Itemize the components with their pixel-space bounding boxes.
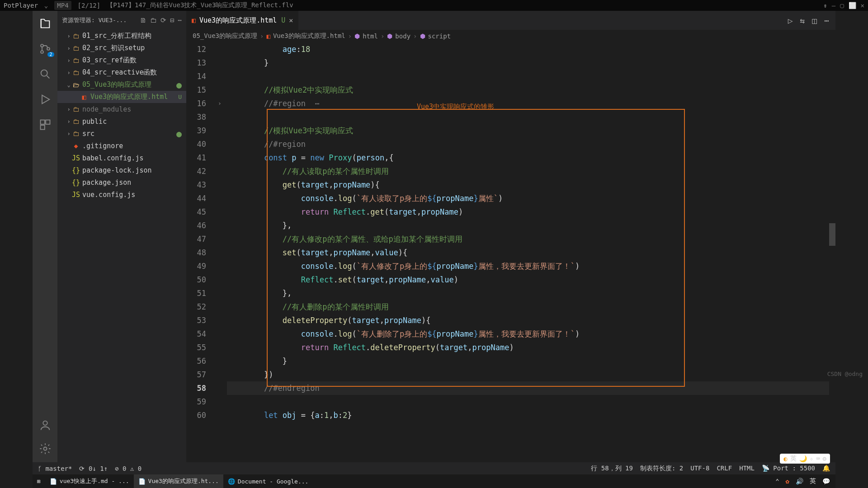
problems[interactable]: ⊘ 0 ⚠ 0: [115, 465, 142, 472]
code-line[interactable]: //有人修改p的某个属性、或给p追加某个属性时调用: [227, 232, 835, 246]
tab-close-icon[interactable]: ✕: [289, 16, 293, 24]
code-line[interactable]: deleteProperty(target,propName){: [227, 314, 835, 327]
tray-chevron-icon[interactable]: ⌃: [775, 478, 779, 485]
code-line[interactable]: console.log(`有人修改了p身上的${propName}属性，我要去更…: [227, 259, 835, 273]
eol[interactable]: CRLF: [717, 465, 732, 473]
language-mode[interactable]: HTML: [739, 465, 755, 473]
tree-item[interactable]: ›🗀03_src_ref函数: [57, 54, 186, 66]
code-line[interactable]: console.log(`有人读取了p身上的${propName}属性`): [227, 192, 835, 205]
code-line[interactable]: //#region: [227, 137, 835, 151]
more-actions-icon[interactable]: ⋯: [824, 16, 829, 25]
search-icon[interactable]: [39, 68, 52, 80]
code-line[interactable]: //有人删除p的某个属性时调用: [227, 300, 835, 314]
accounts-icon[interactable]: [39, 419, 52, 432]
more-icon[interactable]: ⋯: [178, 16, 182, 24]
tree-item[interactable]: JSbabel.config.js: [57, 152, 186, 164]
tray-action-center-icon[interactable]: 💬: [822, 478, 830, 485]
taskbar-item-chrome[interactable]: 🌐 Document - Google...: [223, 474, 313, 488]
svg-rect-5: [46, 120, 50, 124]
pin-icon[interactable]: ⇟: [823, 2, 827, 9]
new-folder-icon[interactable]: 🗀: [150, 16, 157, 24]
notifications-icon[interactable]: 🔔: [822, 465, 830, 473]
code-line[interactable]: [227, 395, 835, 408]
run-icon[interactable]: ▷: [788, 16, 793, 25]
code-line[interactable]: },: [227, 286, 835, 300]
restore-icon[interactable]: ▢: [840, 2, 844, 9]
close-icon[interactable]: ✕: [861, 2, 864, 9]
tree-item[interactable]: ⌄🗁05_Vue3的响应式原理●: [57, 79, 186, 91]
start-button[interactable]: ⊞: [33, 474, 45, 488]
collapse-icon[interactable]: ⊟: [170, 16, 174, 24]
taskbar-item-vscode[interactable]: 📄 Vue3的响应式原理.ht...: [134, 474, 223, 488]
tab-vue3-reactive[interactable]: ◧ Vue3的响应式原理.html U ✕: [186, 11, 299, 30]
html-file-icon: ◧: [192, 16, 196, 24]
explorer-icon[interactable]: [39, 17, 52, 30]
code-line[interactable]: //有人读取p的某个属性时调用: [227, 164, 835, 178]
crumb-body[interactable]: body: [395, 33, 410, 40]
tree-item[interactable]: ›🗀02_src_初识setup: [57, 42, 186, 54]
code-line[interactable]: let obj = {a:1,b:2}: [227, 408, 835, 422]
code-line[interactable]: //模拟Vue2中实现响应式: [227, 83, 835, 97]
code-editor[interactable]: 1213141516383940414243444546474849505152…: [186, 42, 835, 462]
code-line[interactable]: Reflect.set(target,propName,value): [227, 273, 835, 286]
git-branch[interactable]: ᚶ master*: [38, 465, 72, 472]
git-sync[interactable]: ⟳ 0↓ 1↑: [79, 465, 108, 472]
settings-icon[interactable]: [39, 442, 52, 455]
code-line[interactable]: return Reflect.deleteProperty(target,pro…: [227, 341, 835, 354]
run-debug-icon[interactable]: [39, 93, 52, 106]
svg-point-2: [47, 47, 50, 50]
code-line[interactable]: console.log(`有人删除了p身上的${propName}属性，我要去更…: [227, 327, 835, 341]
code-line[interactable]: }: [227, 354, 835, 368]
crumb-html[interactable]: html: [363, 33, 378, 40]
tree-item[interactable]: {}package.json: [57, 176, 186, 188]
minimap[interactable]: [829, 74, 835, 462]
code-content[interactable]: age:18 } //模拟Vue2中实现响应式 //#region ⋯ //模拟…: [227, 42, 835, 462]
tree-item[interactable]: ›🗀04_src_reactive函数: [57, 66, 186, 79]
tree-item[interactable]: ›🗀01_src_分析工程结构: [57, 30, 186, 42]
minimize-icon[interactable]: —: [832, 2, 835, 9]
refresh-icon[interactable]: ⟳: [160, 16, 166, 24]
code-line[interactable]: set(target,propName,value){: [227, 246, 835, 259]
tree-item[interactable]: ›🗀public: [57, 115, 186, 127]
crumb-script[interactable]: script: [428, 33, 451, 40]
tree-item[interactable]: ›🗀node_modules: [57, 103, 186, 115]
ime-indicator[interactable]: ◐ 英 🌙 ✧ ⌨ ⚙: [780, 454, 830, 464]
tray-app-icon[interactable]: ✿: [786, 478, 789, 485]
tree-item[interactable]: ◧Vue3的响应式原理.htmlU: [57, 91, 186, 103]
code-line[interactable]: age:18: [227, 42, 835, 56]
indent[interactable]: 制表符长度: 2: [640, 465, 683, 473]
new-file-icon[interactable]: 🗎: [140, 16, 146, 24]
extensions-icon[interactable]: [39, 118, 52, 131]
split-editor-icon[interactable]: ◫: [812, 16, 817, 25]
code-line[interactable]: }: [227, 56, 835, 70]
breadcrumb[interactable]: 05_Vue3的响应式原理› ◧Vue3的响应式原理.html› ⬢html› …: [186, 30, 835, 42]
tree-item[interactable]: ◆.gitignore: [57, 140, 186, 152]
code-line[interactable]: },: [227, 219, 835, 232]
potplayer-appname[interactable]: PotPlayer: [4, 2, 38, 9]
code-line[interactable]: [227, 70, 835, 83]
chevron-down-icon[interactable]: ⌄: [44, 2, 48, 9]
tree-item[interactable]: JSvue.config.js: [57, 188, 186, 201]
tray-volume-icon[interactable]: 🔊: [796, 478, 803, 485]
code-line[interactable]: //#endregion: [227, 381, 835, 395]
code-line[interactable]: get(target,propName){: [227, 178, 835, 192]
tree-item[interactable]: ›🗀src●: [57, 127, 186, 140]
crumb-file[interactable]: Vue3的响应式原理.html: [273, 32, 345, 40]
minimap-slider[interactable]: [829, 223, 835, 246]
code-line[interactable]: //模拟Vue3中实现响应式: [227, 124, 835, 137]
tree-item[interactable]: {}package-lock.json: [57, 164, 186, 176]
code-line[interactable]: [227, 110, 835, 124]
live-server-port[interactable]: 📡 Port : 5500: [762, 465, 815, 473]
crumb-folder[interactable]: 05_Vue3的响应式原理: [193, 32, 257, 40]
cursor-position[interactable]: 行 58，列 19: [591, 465, 633, 473]
compare-icon[interactable]: ⇆: [800, 16, 805, 25]
source-control-icon[interactable]: [39, 42, 52, 55]
tray-ime[interactable]: 英: [810, 477, 816, 485]
taskbar-item-md[interactable]: 📄 vue3快速上手.md - ...: [45, 474, 134, 488]
code-line[interactable]: }): [227, 368, 835, 381]
code-line[interactable]: //#region ⋯: [227, 97, 835, 110]
maximize-icon[interactable]: ⬜: [849, 2, 856, 9]
code-line[interactable]: const p = new Proxy(person,{: [227, 151, 835, 164]
encoding[interactable]: UTF-8: [690, 465, 709, 473]
code-line[interactable]: return Reflect.get(target,propName): [227, 205, 835, 219]
